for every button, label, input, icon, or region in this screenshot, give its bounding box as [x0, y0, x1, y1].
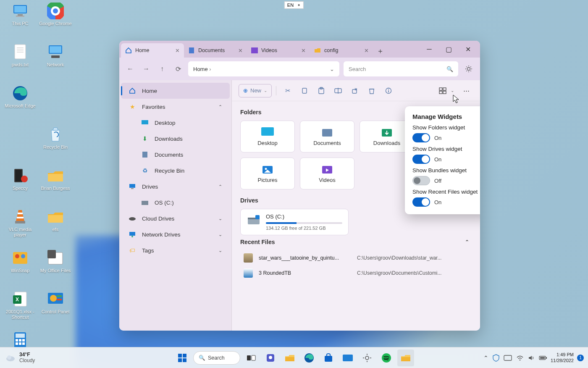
delete-button[interactable]: [365, 84, 379, 97]
chevron-down-icon[interactable]: ⌄: [218, 232, 222, 237]
search-input[interactable]: Search 🔍: [344, 61, 458, 76]
settings-taskbar-button[interactable]: [359, 350, 375, 366]
sidebar-item-drive-c[interactable]: OS (C:): [121, 195, 230, 210]
desktop-icon-control-panel[interactable]: Control Panel: [39, 290, 72, 329]
settings-button[interactable]: [462, 63, 475, 75]
taskbar-search[interactable]: 🔍Search: [193, 351, 240, 365]
chevron-up-icon[interactable]: ⌃: [465, 239, 469, 245]
minimize-button[interactable]: ─: [420, 41, 439, 58]
sidebar-item-home[interactable]: Home: [121, 83, 230, 99]
cut-button[interactable]: ✂: [281, 84, 295, 97]
tray-chevron-icon[interactable]: ⌃: [483, 355, 488, 361]
sidebar-item-tags[interactable]: 🏷 Tags ⌄: [121, 242, 230, 258]
sidebar-item-desktop[interactable]: Desktop: [121, 115, 230, 131]
desktop-icon-excel-shortcut[interactable]: X2001Q1.xlsx - Shortcut: [3, 290, 37, 329]
desktop-icon-brian-burgess[interactable]: Brian Burgess: [39, 166, 72, 205]
tab-documents[interactable]: Documents ✕: [184, 43, 247, 58]
desktop-icon: [141, 119, 149, 126]
close-icon[interactable]: ✕: [238, 47, 243, 54]
toggle-folders-widget[interactable]: [412, 133, 430, 142]
layout-button[interactable]: ⌄: [436, 84, 457, 97]
svg-rect-108: [401, 357, 410, 361]
tab-videos[interactable]: Videos ✕: [247, 43, 310, 58]
desktop-icon-vlc[interactable]: VLC media player: [3, 208, 37, 246]
chevron-down-icon[interactable]: ⌄: [218, 216, 222, 221]
chevron-up-icon[interactable]: ⌃: [218, 104, 222, 110]
recent-files-section-title[interactable]: Recent Files ⌃: [240, 239, 472, 245]
app-button-1[interactable]: [339, 350, 356, 366]
sidebar-item-recycle-bin[interactable]: ♻Recycle Bin: [121, 163, 230, 179]
more-button[interactable]: ⋯: [459, 84, 473, 97]
battery-icon[interactable]: [539, 355, 547, 360]
recent-file-row[interactable]: star_wars___tatooine_by_quintu... C:\Use…: [240, 250, 472, 265]
task-view-button[interactable]: [243, 350, 260, 366]
toggle-recent-files-widget[interactable]: [412, 197, 430, 207]
breadcrumb-bar[interactable]: Home › ⌄: [188, 61, 339, 76]
folder-documents[interactable]: Documents: [300, 121, 354, 152]
wifi-icon[interactable]: [516, 355, 524, 361]
back-button[interactable]: ←: [124, 63, 136, 75]
share-button[interactable]: [348, 84, 362, 97]
folder-desktop[interactable]: Desktop: [240, 121, 295, 152]
paste-button[interactable]: [314, 84, 328, 97]
properties-button[interactable]: [381, 84, 396, 97]
drive-icon: [247, 213, 261, 228]
sidebar-item-favorites[interactable]: ★ Favorites ⌃: [121, 99, 230, 115]
clock[interactable]: 1:49 PM 11/28/2022: [551, 352, 574, 363]
recent-file-row[interactable]: 3 RoundedTB C:\Users\groov\Documents\Cus…: [240, 265, 472, 281]
refresh-button[interactable]: ⟳: [172, 63, 184, 75]
maximize-button[interactable]: ▢: [439, 41, 458, 58]
toggle-drives-widget[interactable]: [412, 155, 430, 164]
drive-os-c[interactable]: OS (C:) 134.12 GB free of 221.52 GB: [240, 209, 349, 235]
teams-button[interactable]: [262, 350, 279, 366]
desktop-icon-pwds-txt[interactable]: pwds.txt: [3, 43, 37, 81]
svg-rect-113: [540, 357, 545, 359]
chevron-up-icon[interactable]: ⌃: [218, 184, 222, 189]
chevron-down-icon[interactable]: ⌄: [330, 66, 334, 72]
svg-rect-40: [16, 339, 18, 342]
weather-widget[interactable]: 34°FCloudy: [5, 352, 35, 363]
sidebar-item-network-drives[interactable]: Network Drives ⌄: [121, 226, 230, 242]
tab-config[interactable]: config ✕: [310, 43, 373, 58]
files-app-button[interactable]: [397, 350, 414, 366]
copy-button[interactable]: [297, 84, 312, 97]
start-button[interactable]: [174, 350, 191, 366]
security-icon[interactable]: [493, 354, 499, 362]
folder-videos[interactable]: Videos: [300, 158, 354, 189]
file-explorer-button[interactable]: [281, 350, 298, 366]
desktop-icon-recycle-bin[interactable]: Recycle Bin: [39, 125, 72, 164]
folder-pictures[interactable]: Pictures: [240, 158, 295, 189]
sidebar-item-downloads[interactable]: ⬇Downloads: [121, 131, 230, 147]
tab-home[interactable]: Home ✕: [121, 43, 184, 58]
chevron-down-icon[interactable]: ⌄: [218, 248, 222, 253]
sidebar-item-drives[interactable]: Drives ⌃: [121, 179, 230, 195]
sidebar-item-cloud-drives[interactable]: Cloud Drives ⌄: [121, 210, 230, 226]
volume-icon[interactable]: [528, 355, 535, 361]
desktop-icon-this-pc[interactable]: This PC: [3, 2, 37, 40]
close-icon[interactable]: ✕: [364, 47, 369, 54]
desktop-icon-winsnap[interactable]: WinSnap: [3, 249, 37, 287]
close-icon[interactable]: ✕: [301, 47, 306, 54]
desktop-icon-network[interactable]: Network: [39, 43, 72, 81]
new-tab-button[interactable]: ＋: [373, 44, 387, 58]
svg-point-102: [365, 356, 369, 360]
sidebar-item-documents[interactable]: Documents: [121, 147, 230, 163]
desktop-icon-speccy[interactable]: Speccy: [3, 166, 37, 205]
forward-button[interactable]: →: [140, 63, 152, 75]
language-bar[interactable]: EN ⚬: [284, 1, 304, 9]
toggle-bundles-widget[interactable]: [412, 176, 430, 185]
spotify-button[interactable]: [378, 350, 395, 366]
new-button[interactable]: ⊕New⌄: [239, 84, 272, 97]
up-button[interactable]: ↑: [156, 63, 168, 75]
store-button[interactable]: [320, 350, 337, 366]
rename-button[interactable]: [331, 84, 345, 97]
desktop-icon-my-office-files[interactable]: My Office Files: [39, 249, 72, 287]
edge-button[interactable]: [301, 350, 318, 366]
desktop-icon-google-chrome[interactable]: Google Chrome: [39, 2, 72, 40]
desktop-icon-microsoft-edge[interactable]: Microsoft Edge: [3, 84, 37, 123]
desktop-icon-efs[interactable]: efs: [39, 208, 72, 246]
close-button[interactable]: ✕: [458, 41, 478, 58]
close-icon[interactable]: ✕: [175, 47, 180, 54]
notification-badge[interactable]: 1: [577, 355, 584, 361]
keyboard-icon[interactable]: [504, 355, 512, 361]
